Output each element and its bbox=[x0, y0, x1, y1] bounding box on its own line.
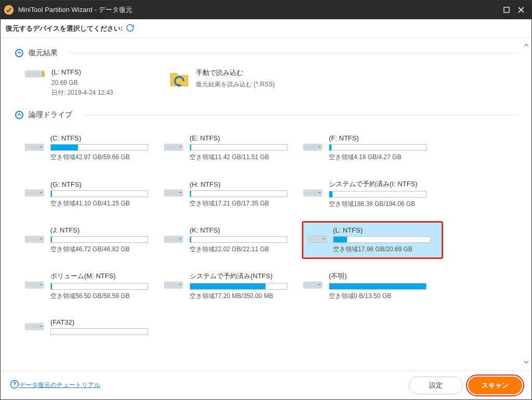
drive-name: システムで予約済み(I: NTFS) bbox=[329, 179, 436, 189]
disk-icon bbox=[24, 141, 45, 155]
manual-load-item[interactable]: 手動で読み込む 復元結果を読み込む (*.RSS) bbox=[169, 68, 275, 91]
section-title: 復元結果 bbox=[29, 48, 58, 58]
app-title: MiniTool Partition Wizard - データ復元 bbox=[18, 5, 132, 15]
drive-space: 空き領域4.18 GB/4.27 GB bbox=[329, 153, 436, 162]
device-select-row: 復元するデバイスを選択してください: bbox=[1, 19, 531, 38]
help-icon bbox=[10, 380, 19, 391]
usage-bar bbox=[329, 144, 427, 151]
usage-bar bbox=[50, 236, 148, 243]
drive-grid: (C: NTFS)空き領域42.97 GB/59.66 GB(E: NTFS)空… bbox=[15, 130, 517, 341]
close-button[interactable] bbox=[514, 3, 528, 17]
settings-button[interactable]: 設定 bbox=[409, 377, 463, 394]
drive-space: 空き領域17.21 GB/17.35 GB bbox=[190, 199, 297, 208]
drive-item[interactable]: (E: NTFS)空き領域11.42 GB/11.51 GB bbox=[164, 130, 303, 166]
section-logical-drives: 論理ドライブ (C: NTFS)空き領域42.97 GB/59.66 GB(E:… bbox=[15, 110, 517, 341]
drive-item[interactable]: (C: NTFS)空き領域42.97 GB/59.66 GB bbox=[24, 130, 164, 166]
select-label: 復元するデバイスを選択してください: bbox=[6, 24, 123, 33]
scroll-down-icon[interactable] bbox=[523, 358, 529, 367]
drive-space: 空き領域11.42 GB/11.51 GB bbox=[190, 153, 297, 162]
section-header: 復元結果 bbox=[15, 48, 517, 58]
usage-bar bbox=[190, 236, 287, 243]
manual-title: 手動で読み込む bbox=[196, 68, 275, 78]
drive-item[interactable]: (H: NTFS)空き領域17.21 GB/17.35 GB bbox=[164, 175, 303, 213]
drive-space: 空き領域22.02 GB/22.11 GB bbox=[190, 245, 297, 254]
drive-item[interactable]: (K: NTFS)空き領域22.02 GB/22.11 GB bbox=[164, 222, 303, 258]
scan-button[interactable]: スキャン bbox=[468, 377, 522, 394]
svg-rect-3 bbox=[26, 72, 41, 76]
drive-item[interactable]: (L: NTFS)空き領域17.96 GB/20.69 GB bbox=[303, 222, 442, 258]
disk-icon bbox=[307, 234, 328, 247]
drive-space: 空き領域77.20 MB/350.00 MB bbox=[190, 292, 297, 301]
section-header: 論理ドライブ bbox=[15, 110, 517, 120]
drive-name: (F: NTFS) bbox=[329, 134, 436, 142]
footer: データ復元のチュートリアル 設定 スキャン bbox=[1, 370, 531, 399]
collapse-toggle[interactable] bbox=[15, 49, 23, 57]
drive-item[interactable]: システムで予約済み(NTFS)空き領域77.20 MB/350.00 MB bbox=[164, 267, 303, 305]
disk-icon bbox=[24, 68, 45, 82]
drive-item[interactable]: システムで予約済み(I: NTFS)空き領域188.38 GB/194.06 G… bbox=[303, 175, 442, 213]
disk-icon bbox=[164, 141, 184, 155]
drive-name: (不明) bbox=[329, 272, 436, 281]
titlebar: MiniTool Partition Wizard - データ復元 bbox=[1, 1, 531, 19]
refresh-icon[interactable] bbox=[126, 23, 135, 34]
drive-item[interactable]: (F: NTFS)空き領域4.18 GB/4.27 GB bbox=[303, 130, 442, 166]
tutorial-link[interactable]: データ復元のチュートリアル bbox=[19, 381, 100, 390]
divider bbox=[84, 115, 517, 115]
svg-rect-32 bbox=[323, 238, 325, 239]
scroll-up-icon[interactable] bbox=[523, 41, 529, 50]
svg-rect-11 bbox=[179, 146, 181, 147]
maximize-button[interactable] bbox=[499, 3, 514, 17]
svg-rect-14 bbox=[318, 146, 321, 147]
drive-item[interactable]: (FAT32) bbox=[24, 314, 164, 341]
drive-space: 空き領域17.96 GB/20.69 GB bbox=[333, 245, 436, 254]
drive-space: 空き領域0 B/13.50 GB bbox=[329, 292, 436, 301]
usage-bar bbox=[190, 190, 287, 197]
svg-rect-44 bbox=[40, 326, 42, 327]
drive-item[interactable]: ボリューム(M: NTFS)空き領域58.50 GB/58.59 GB bbox=[24, 267, 164, 305]
usage-bar bbox=[329, 191, 427, 198]
usage-bar bbox=[190, 283, 287, 290]
svg-rect-1 bbox=[504, 7, 509, 12]
usage-bar bbox=[333, 236, 431, 243]
folder-import-icon bbox=[169, 68, 190, 91]
svg-rect-17 bbox=[40, 192, 42, 193]
disk-icon bbox=[303, 187, 324, 201]
drive-item[interactable]: (J: NTFS)空き領域46.72 GB/46.82 GB bbox=[24, 222, 164, 258]
collapse-toggle[interactable] bbox=[15, 111, 23, 119]
drive-name: (G: NTFS) bbox=[50, 180, 157, 188]
app-icon bbox=[4, 5, 14, 15]
disk-icon bbox=[24, 279, 45, 293]
result-size: 20.69 GB bbox=[51, 78, 113, 88]
usage-bar bbox=[50, 190, 148, 197]
drive-name: (H: NTFS) bbox=[190, 180, 297, 188]
drive-name: (J: NTFS) bbox=[50, 226, 157, 234]
svg-rect-38 bbox=[179, 285, 181, 286]
restore-result-item[interactable]: (L: NTFS) 20.69 GB 日付: 2019-4-24 12:43 bbox=[24, 68, 144, 98]
svg-rect-4 bbox=[42, 71, 44, 76]
result-name: (L: NTFS) bbox=[51, 68, 113, 76]
drive-item[interactable]: (G: NTFS)空き領域41.10 GB/41.25 GB bbox=[24, 175, 164, 213]
disk-icon bbox=[24, 321, 45, 334]
disk-icon bbox=[303, 141, 324, 155]
svg-rect-26 bbox=[40, 238, 42, 239]
app-window: MiniTool Partition Wizard - データ復元 復元するデバ… bbox=[0, 0, 532, 400]
svg-rect-23 bbox=[318, 192, 321, 193]
usage-bar bbox=[50, 144, 148, 151]
disk-icon bbox=[303, 279, 324, 293]
drive-item[interactable]: (不明)空き領域0 B/13.50 GB bbox=[303, 267, 442, 305]
drive-name: ボリューム(M: NTFS) bbox=[50, 272, 157, 281]
svg-rect-29 bbox=[179, 238, 181, 239]
result-date: 日付: 2019-4-24 12:43 bbox=[51, 88, 113, 98]
drive-space: 空き領域58.50 GB/58.59 GB bbox=[50, 292, 157, 301]
drive-name: (FAT32) bbox=[50, 318, 157, 326]
usage-bar bbox=[50, 328, 148, 335]
drive-name: システムで予約済み(NTFS) bbox=[190, 272, 297, 281]
svg-rect-20 bbox=[179, 192, 181, 193]
divider bbox=[69, 53, 517, 54]
svg-rect-35 bbox=[40, 285, 42, 286]
svg-rect-8 bbox=[40, 146, 42, 147]
content-area: 復元結果 (L: NTFS) 20.69 GB 日付: 2019-4-24 12… bbox=[1, 38, 531, 370]
usage-bar bbox=[50, 283, 148, 290]
disk-icon bbox=[24, 187, 45, 201]
section-restore-result: 復元結果 (L: NTFS) 20.69 GB 日付: 2019-4-24 12… bbox=[15, 48, 517, 98]
